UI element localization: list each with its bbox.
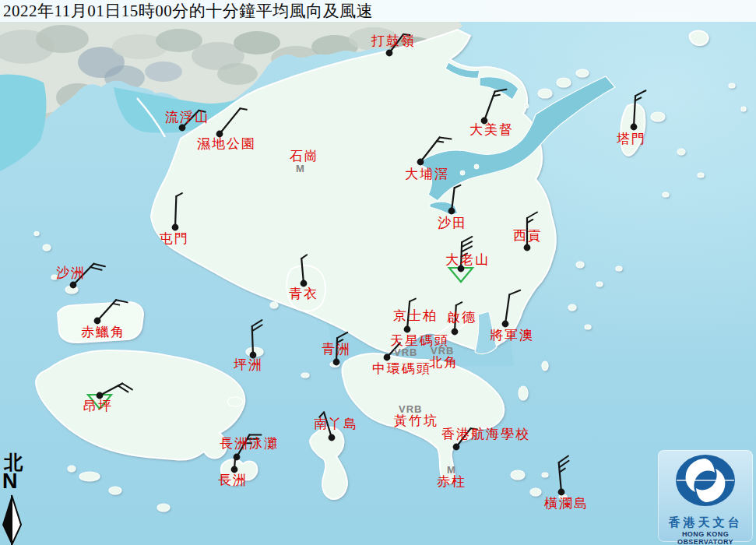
wind-barb-shaft (175, 196, 176, 227)
station-dot (386, 50, 393, 57)
wind-barb-feather (240, 108, 246, 109)
station-label: 中環碼頭 (372, 362, 431, 377)
station-dot (524, 244, 531, 251)
station-label: 大埔滘 (405, 167, 449, 182)
station-label: 濕地公園 (197, 137, 256, 152)
station-dot (94, 318, 101, 325)
station-label: 南丫島 (314, 417, 358, 432)
station-label: 坪洲 (234, 358, 263, 373)
station-dot (452, 329, 459, 336)
station-label: 昂坪 (83, 399, 113, 414)
wind-barb-feather (437, 141, 443, 142)
hko-logo-name-en: HONG KONG OBSERVATORY (658, 530, 753, 545)
compass: 北 N (2, 453, 28, 490)
station-label: 香港航海學校 (441, 427, 530, 442)
station-dot (502, 321, 509, 328)
station-label: 塔門 (617, 132, 646, 147)
station-label: 天星碼頭 (390, 334, 449, 349)
station-dot (631, 124, 638, 131)
station-label: 北角 (429, 356, 459, 371)
station-label: 石崗 (290, 149, 319, 164)
station-dot (558, 489, 565, 496)
station-dot (453, 444, 460, 451)
station-label: 橫瀾島 (544, 497, 589, 512)
station-dot (384, 354, 391, 361)
compass-north-letter: N (2, 472, 28, 490)
station-label: 打鼓嶺 (371, 34, 416, 49)
station-label: 沙田 (438, 216, 467, 231)
station-label: 西貢 (513, 229, 543, 244)
station-label: 大美督 (469, 123, 514, 138)
station-label: 大老山 (445, 253, 490, 268)
station-label: 流浮山 (165, 111, 209, 125)
station-dot (333, 359, 340, 366)
station-label: 青衣 (289, 287, 318, 302)
page-title: 2022年11月01日15時00分的十分鐘平均風向及風速 (0, 0, 373, 22)
station-label: 沙洲 (56, 266, 86, 281)
hko-logo-icon (658, 450, 753, 511)
hko-logo: 香港天文台 HONG KONG OBSERVATORY (658, 450, 753, 542)
station-label: 將軍澳 (490, 329, 534, 343)
station-label: 青洲 (322, 343, 351, 357)
title-bar: 2022年11月01日15時00分的十分鐘平均風向及風速 (0, 0, 756, 22)
station-dot (329, 434, 336, 441)
wind-map-page: 2022年11月01日15時00分的十分鐘平均風向及風速 北 N 香港天文台 H… (0, 0, 756, 545)
station-label: 赤柱 (437, 475, 466, 490)
station-dot (404, 326, 411, 333)
station-dot (448, 208, 455, 215)
station-dot (179, 125, 186, 132)
station-label: 長洲泳灘 (220, 437, 279, 452)
hong-kong-map (0, 0, 756, 545)
station-label: 黃竹坑 (394, 414, 438, 429)
station-label: 京士柏 (393, 309, 438, 324)
station-label: 屯門 (160, 232, 189, 247)
missing-data-mark: M (296, 163, 305, 174)
hko-logo-name-zh: 香港天文台 (658, 515, 753, 530)
station-dot (417, 159, 424, 166)
station-label: 赤鱲角 (81, 325, 125, 340)
station-label: 長洲 (218, 473, 248, 488)
station-dot (172, 224, 179, 231)
station-label: 啟德 (447, 311, 476, 325)
station-dot (70, 282, 77, 289)
